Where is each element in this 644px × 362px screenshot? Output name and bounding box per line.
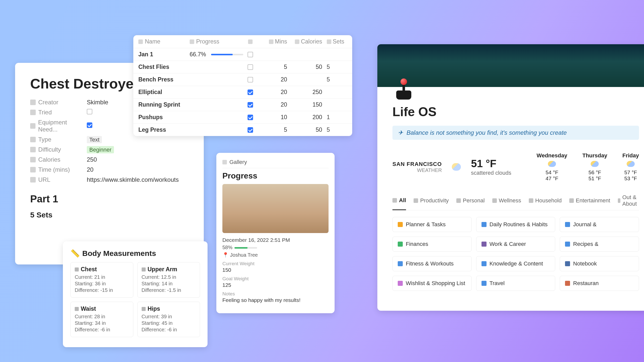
weather-widget: SAN FRANCISCOWEATHER 51 °Fscattered clou… bbox=[392, 152, 639, 182]
time-value[interactable]: 20 bbox=[87, 166, 94, 173]
hash-icon bbox=[327, 39, 331, 44]
link-icon bbox=[398, 281, 403, 286]
tab-productivity[interactable]: Productivity bbox=[414, 194, 449, 210]
measurement-item[interactable]: Upper Arm Current: 12.5 inStarting: 14 i… bbox=[137, 262, 200, 298]
sets-heading: 5 Sets bbox=[30, 211, 189, 219]
link-icon bbox=[398, 242, 403, 247]
link-icon bbox=[481, 281, 487, 286]
exercises-table-card: Name Progress Mins Calories Sets Jan 1 6… bbox=[133, 35, 352, 136]
link-icon bbox=[481, 242, 487, 247]
flame-icon bbox=[30, 157, 36, 162]
bars-icon bbox=[30, 147, 36, 152]
tab-icon bbox=[618, 198, 620, 203]
gallery-icon bbox=[222, 160, 227, 164]
links-grid: Planner & TasksDaily Routines & HabitsJo… bbox=[392, 217, 639, 291]
link-item[interactable]: Finances bbox=[392, 237, 472, 252]
creator-value[interactable]: Skimble bbox=[87, 99, 108, 106]
tried-checkbox[interactable] bbox=[87, 109, 92, 114]
forecast-day: Thursday56 °F51 °F bbox=[582, 152, 607, 182]
row-checkbox[interactable] bbox=[248, 89, 253, 95]
measurement-item[interactable]: Chest Current: 21 inStarting: 36 inDiffe… bbox=[70, 262, 133, 298]
part-heading: Part 1 bbox=[30, 193, 189, 205]
doc-icon bbox=[30, 137, 36, 142]
progress-date: December 16, 2022 2:51 PM bbox=[222, 237, 329, 243]
check-circle-icon bbox=[248, 39, 253, 44]
progress-percent: 58% bbox=[222, 245, 232, 250]
forecast-day: Friday57 °F53 °F bbox=[622, 152, 639, 182]
link-icon bbox=[565, 281, 570, 286]
measurement-item[interactable]: Waist Current: 28 inStarting: 34 inDiffe… bbox=[70, 302, 133, 337]
forecast-day: Wednesday54 °F47 °F bbox=[537, 152, 567, 182]
row-checkbox[interactable] bbox=[248, 77, 253, 82]
link-item[interactable]: Work & Career bbox=[476, 237, 555, 252]
weather-icon bbox=[548, 161, 556, 167]
joystick-icon bbox=[392, 77, 415, 100]
link-item[interactable]: Restauran bbox=[560, 276, 639, 291]
tab-personal[interactable]: Personal bbox=[456, 194, 485, 210]
link-item[interactable]: Travel bbox=[476, 276, 555, 291]
tab-entertainment[interactable]: Entertainment bbox=[569, 194, 610, 210]
progress-location: Joshua Tree bbox=[230, 252, 258, 258]
clock-icon bbox=[30, 167, 36, 172]
tab-icon bbox=[529, 198, 533, 203]
send-icon: ✈ bbox=[398, 129, 403, 136]
tab-icon bbox=[492, 198, 497, 203]
tab-icon bbox=[414, 198, 418, 203]
link-item[interactable]: Recipes & bbox=[560, 237, 639, 252]
tab-household[interactable]: Household bbox=[529, 194, 562, 210]
link-item[interactable]: Fitness & Workouts bbox=[392, 256, 472, 271]
link-icon bbox=[481, 261, 487, 266]
gallery-tab[interactable]: Gallery bbox=[229, 159, 247, 165]
body-measurements-card: 📏Body Measurements Chest Current: 21 inS… bbox=[63, 241, 208, 347]
link-item[interactable]: Wishlist & Shopping List bbox=[392, 276, 472, 291]
tab-wellness[interactable]: Wellness bbox=[492, 194, 521, 210]
measurement-item[interactable]: Hips Current: 39 inStarting: 45 inDiffer… bbox=[137, 302, 200, 337]
notes-text: Feeling so happy with my results! bbox=[222, 297, 329, 303]
quote-callout: ✈Balance is not something you find, it's… bbox=[392, 126, 639, 140]
table-row[interactable]: Chest Flies 5 50 5 bbox=[133, 61, 352, 73]
table-header-row: Name Progress Mins Calories Sets bbox=[133, 35, 352, 48]
link-item[interactable]: Notebook bbox=[560, 256, 639, 271]
link-item[interactable]: Daily Routines & Habits bbox=[476, 217, 555, 232]
table-row[interactable]: Bench Press 20 5 bbox=[133, 73, 352, 86]
weather-icon bbox=[627, 161, 635, 167]
type-tag[interactable]: Text bbox=[87, 136, 102, 143]
progress-card: Gallery Progress December 16, 2022 2:51 … bbox=[216, 153, 335, 313]
row-checkbox[interactable] bbox=[248, 64, 253, 70]
table-row[interactable]: Running Sprint 20 150 bbox=[133, 99, 352, 111]
progress-heading: Progress bbox=[222, 171, 329, 180]
category-tabs: AllProductivityPersonalWellnessHousehold… bbox=[392, 194, 639, 210]
checkbox-icon bbox=[30, 110, 36, 115]
pencil-icon bbox=[75, 307, 79, 311]
tab-all[interactable]: All bbox=[392, 194, 406, 210]
stopwatch-icon bbox=[269, 39, 273, 44]
difficulty-tag[interactable]: Beginner bbox=[87, 146, 114, 153]
flame-icon bbox=[295, 39, 299, 44]
pencil-icon bbox=[75, 267, 79, 272]
equipment-checkbox[interactable] bbox=[87, 122, 92, 128]
url-value[interactable]: https://www.skimble.com/workouts bbox=[87, 176, 179, 183]
progress-photo[interactable] bbox=[222, 184, 329, 233]
pencil-icon bbox=[142, 267, 146, 272]
table-row[interactable]: Leg Press 5 50 5 bbox=[133, 124, 352, 136]
table-row[interactable]: Elliptical 20 250 bbox=[133, 86, 352, 99]
link-item[interactable]: Knowledge & Content bbox=[476, 256, 555, 271]
row-checkbox[interactable] bbox=[248, 52, 253, 57]
link-icon bbox=[481, 222, 487, 227]
table-row[interactable]: Pushups 10 200 1 bbox=[133, 111, 352, 124]
table-row[interactable]: Jan 1 66.7% bbox=[133, 48, 352, 61]
calories-value[interactable]: 250 bbox=[87, 156, 97, 163]
life-os-title: Life OS bbox=[392, 105, 639, 119]
row-checkbox[interactable] bbox=[248, 127, 253, 133]
current-weight: 150 bbox=[222, 267, 329, 273]
link-icon bbox=[565, 222, 570, 227]
ruler-icon: 📏 bbox=[70, 249, 80, 258]
row-checkbox[interactable] bbox=[248, 102, 253, 108]
row-checkbox[interactable] bbox=[248, 115, 253, 120]
text-icon bbox=[138, 39, 143, 44]
tab-out-about[interactable]: Out & About bbox=[618, 194, 639, 210]
link-icon bbox=[565, 261, 570, 266]
tab-icon bbox=[569, 198, 574, 203]
link-item[interactable]: Planner & Tasks bbox=[392, 217, 472, 232]
link-item[interactable]: Journal & bbox=[560, 217, 639, 232]
